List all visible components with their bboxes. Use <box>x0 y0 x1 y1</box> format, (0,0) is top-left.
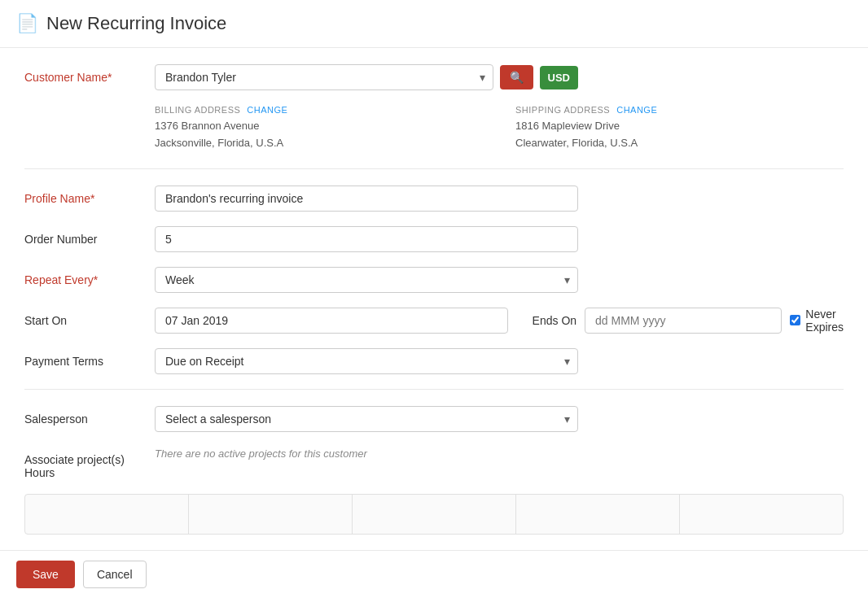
customer-name-row: Customer Name* Brandon Tyler 🔍 USD <box>24 64 844 90</box>
ends-on-label: Ends On <box>533 314 576 327</box>
billing-address-line1: 1376 Brannon Avenue <box>155 118 483 135</box>
never-expires-checkbox[interactable] <box>790 315 800 325</box>
salesperson-control: Select a salesperson <box>155 406 578 432</box>
start-on-label: Start On <box>24 308 155 327</box>
repeat-every-row: Repeat Every* Week Day Month Year <box>24 267 844 293</box>
no-projects-text: There are no active projects for this cu… <box>155 447 367 460</box>
payment-terms-label: Payment Terms <box>24 348 155 368</box>
search-button[interactable]: 🔍 <box>500 65 533 89</box>
customer-name-label: Customer Name* <box>24 64 155 84</box>
customer-name-control: Brandon Tyler 🔍 USD <box>155 64 578 90</box>
payment-terms-row: Payment Terms Due on Receipt Net 15 Net … <box>24 348 844 374</box>
table-col-1 <box>25 495 189 534</box>
repeat-every-wrapper[interactable]: Week Day Month Year <box>155 267 578 293</box>
start-on-input[interactable] <box>155 308 508 334</box>
table-col-3 <box>353 495 516 534</box>
billing-change-link[interactable]: CHANGE <box>247 105 287 115</box>
payment-terms-wrapper[interactable]: Due on Receipt Net 15 Net 30 Net 60 <box>155 348 578 374</box>
order-number-row: Order Number <box>24 226 844 252</box>
line-items-table <box>24 494 844 535</box>
shipping-address-label: SHIPPING ADDRESS <box>515 105 610 115</box>
customer-select-wrapper[interactable]: Brandon Tyler <box>155 64 493 90</box>
customer-name-select[interactable]: Brandon Tyler <box>155 64 493 90</box>
billing-address-text: 1376 Brannon Avenue Jacksonville, Florid… <box>155 118 483 152</box>
order-number-control <box>155 226 578 252</box>
salesperson-label: Salesperson <box>24 406 155 426</box>
profile-name-row: Profile Name* <box>24 186 844 212</box>
associate-projects-row: Associate project(s) Hours There are no … <box>24 447 844 479</box>
search-icon: 🔍 <box>510 71 524 84</box>
ends-on-group: Ends On Never Expires <box>533 308 844 334</box>
shipping-address-text: 1816 Mapleview Drive Clearwater, Florida… <box>515 118 844 152</box>
form-container: Customer Name* Brandon Tyler 🔍 USD BILLI… <box>0 48 868 598</box>
shipping-address-header: SHIPPING ADDRESS CHANGE <box>515 105 844 115</box>
table-col-5 <box>680 495 843 534</box>
ends-on-input[interactable] <box>585 308 782 334</box>
save-button[interactable]: Save <box>16 561 75 588</box>
start-on-control <box>155 308 508 334</box>
divider-1 <box>24 168 844 169</box>
associate-projects-label: Associate project(s) Hours <box>24 447 155 479</box>
shipping-address-line1: 1816 Mapleview Drive <box>515 118 844 135</box>
salesperson-wrapper[interactable]: Select a salesperson <box>155 406 578 432</box>
address-section: BILLING ADDRESS CHANGE 1376 Brannon Aven… <box>155 105 844 152</box>
salesperson-row: Salesperson Select a salesperson <box>24 406 844 432</box>
table-col-4 <box>516 495 680 534</box>
repeat-every-select[interactable]: Week Day Month Year <box>155 267 578 293</box>
salesperson-select[interactable]: Select a salesperson <box>155 406 578 432</box>
shipping-address-block: SHIPPING ADDRESS CHANGE 1816 Mapleview D… <box>515 105 844 152</box>
page-header: 📄 New Recurring Invoice <box>0 0 868 48</box>
footer-buttons: Save Cancel <box>0 550 868 598</box>
cancel-button[interactable]: Cancel <box>83 561 147 588</box>
profile-name-input[interactable] <box>155 186 578 212</box>
billing-address-line2: Jacksonville, Florida, U.S.A <box>155 135 483 152</box>
invoice-icon: 📄 <box>16 13 38 34</box>
billing-address-block: BILLING ADDRESS CHANGE 1376 Brannon Aven… <box>155 105 483 152</box>
table-col-2 <box>189 495 353 534</box>
page-title: New Recurring Invoice <box>46 13 226 34</box>
order-number-input[interactable] <box>155 226 578 252</box>
payment-terms-select[interactable]: Due on Receipt Net 15 Net 30 Net 60 <box>155 348 578 374</box>
profile-name-control <box>155 186 578 212</box>
shipping-address-line2: Clearwater, Florida, U.S.A <box>515 135 844 152</box>
never-expires-label[interactable]: Never Expires <box>805 308 844 334</box>
billing-address-label: BILLING ADDRESS <box>155 105 240 115</box>
billing-address-header: BILLING ADDRESS CHANGE <box>155 105 483 115</box>
divider-2 <box>24 389 844 390</box>
repeat-every-control: Week Day Month Year <box>155 267 578 293</box>
repeat-every-label: Repeat Every* <box>24 267 155 286</box>
start-ends-row: Start On Ends On Never Expires <box>24 308 844 334</box>
usd-button[interactable]: USD <box>540 66 578 89</box>
customer-input-group: Brandon Tyler 🔍 USD <box>155 64 578 90</box>
profile-name-label: Profile Name* <box>24 186 155 205</box>
shipping-change-link[interactable]: CHANGE <box>616 105 657 115</box>
associate-projects-control: There are no active projects for this cu… <box>155 447 578 460</box>
order-number-label: Order Number <box>24 226 155 246</box>
payment-terms-control: Due on Receipt Net 15 Net 30 Net 60 <box>155 348 578 374</box>
never-expires-group: Never Expires <box>790 308 844 334</box>
